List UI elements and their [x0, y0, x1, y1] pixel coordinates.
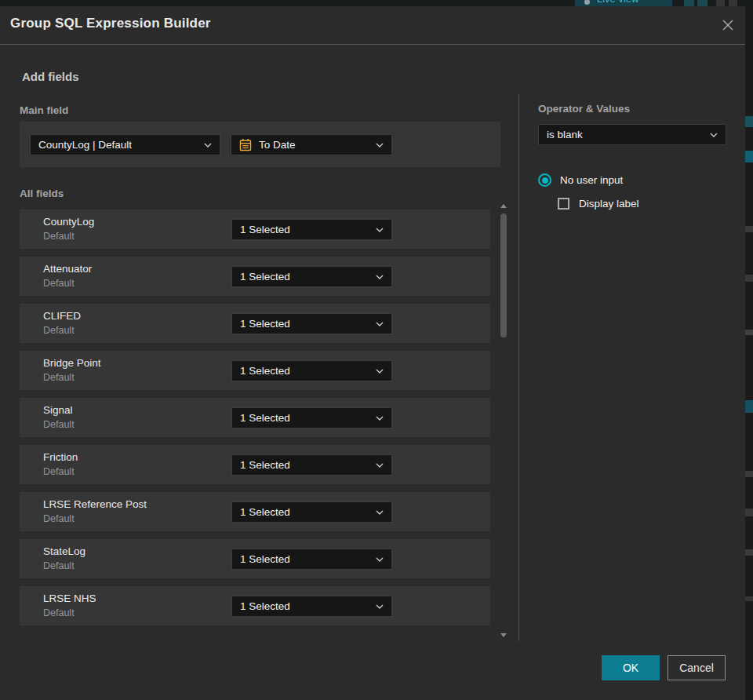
all-fields-list: CountyLog Default 1 Selected Attenuator …: [20, 210, 490, 633]
main-field-type-value: To Date: [259, 139, 371, 151]
panel-divider: [518, 94, 519, 641]
field-row: StateLog Default 1 Selected: [20, 539, 490, 578]
field-row: LRSE NHS Default 1 Selected: [20, 586, 490, 625]
scrollbar-thumb[interactable]: [500, 213, 507, 337]
operator-select-value: is blank: [547, 129, 705, 140]
field-values-select-value: 1 Selected: [240, 600, 371, 612]
background-fragment: [745, 596, 753, 601]
field-values-select[interactable]: 1 Selected: [231, 501, 392, 523]
main-field-panel: CountyLog | Default To Date: [20, 122, 500, 167]
scroll-down-icon[interactable]: [500, 633, 507, 637]
field-row: CountyLog Default 1 Selected: [20, 210, 490, 249]
field-subtitle: Default: [43, 513, 75, 524]
field-values-select-value: 1 Selected: [240, 506, 371, 518]
chevron-down-icon: [376, 604, 384, 609]
field-name: Attenuator: [43, 263, 92, 275]
field-subtitle: Default: [43, 372, 75, 383]
toolbar-fragment: [697, 0, 708, 6]
field-subtitle: Default: [43, 607, 75, 618]
main-field-select[interactable]: CountyLog | Default: [30, 134, 220, 155]
chevron-down-icon: [376, 143, 384, 148]
radio-label: No user input: [560, 174, 623, 186]
operator-select[interactable]: is blank: [538, 124, 726, 145]
chevron-down-icon: [376, 416, 384, 421]
field-values-select[interactable]: 1 Selected: [231, 219, 392, 240]
background-fragment: [745, 509, 753, 516]
background-fragment: [745, 400, 753, 413]
field-row: Bridge Point Default 1 Selected: [20, 351, 490, 390]
field-subtitle: Default: [43, 419, 75, 430]
field-subtitle: Default: [43, 278, 75, 289]
field-values-select[interactable]: 1 Selected: [231, 596, 392, 617]
field-subtitle: Default: [43, 325, 75, 336]
field-row: Attenuator Default 1 Selected: [20, 257, 490, 296]
live-view-button[interactable]: Live view: [575, 0, 672, 6]
field-name: Friction: [43, 451, 78, 463]
all-fields-label: All fields: [20, 188, 64, 199]
chevron-down-icon: [376, 463, 384, 468]
field-values-select[interactable]: 1 Selected: [231, 407, 392, 428]
chevron-down-icon: [376, 510, 384, 515]
live-dot-icon: [584, 0, 590, 5]
field-values-select[interactable]: 1 Selected: [231, 360, 392, 381]
close-icon: [722, 19, 734, 31]
field-row: Signal Default 1 Selected: [20, 398, 490, 437]
field-subtitle: Default: [43, 466, 75, 477]
background-fragment: [745, 226, 753, 232]
main-field-type-select[interactable]: To Date: [231, 134, 392, 155]
operator-values-label: Operator & Values: [538, 103, 630, 115]
background-fragment: [745, 471, 753, 477]
chevron-down-icon: [376, 228, 384, 232]
field-name: LRSE NHS: [43, 592, 96, 604]
field-values-select[interactable]: 1 Selected: [231, 549, 392, 570]
dialog-title: Group SQL Expression Builder: [10, 16, 211, 31]
field-values-select-value: 1 Selected: [240, 459, 371, 471]
close-button[interactable]: [719, 16, 737, 34]
no-user-input-radio[interactable]: No user input: [538, 173, 623, 187]
chevron-down-icon: [376, 369, 384, 374]
radio-selected-icon: [538, 173, 551, 187]
field-name: Bridge Point: [43, 357, 101, 369]
toolbar-fragment: [716, 0, 725, 6]
main-field-select-value: CountyLog | Default: [38, 139, 199, 151]
cancel-button[interactable]: Cancel: [668, 655, 726, 680]
background-fragment: [745, 275, 753, 282]
live-view-label: Live view: [597, 0, 638, 5]
screen: Live view Group SQL Expression Builder A: [0, 0, 753, 700]
field-row: LRSE Reference Post Default 1 Selected: [20, 492, 490, 531]
checkbox-unchecked-icon: [558, 198, 569, 210]
field-values-select[interactable]: 1 Selected: [231, 266, 392, 287]
background-app-strip: Live view: [0, 0, 753, 6]
field-values-select-value: 1 Selected: [240, 224, 371, 235]
background-fragment: [745, 549, 753, 556]
field-name: CountyLog: [43, 216, 94, 228]
field-subtitle: Default: [43, 231, 75, 242]
background-fragment: [745, 151, 753, 162]
add-fields-heading: Add fields: [22, 70, 79, 83]
background-fragment: [745, 330, 753, 335]
field-row: CLIFED Default 1 Selected: [20, 304, 490, 343]
field-subtitle: Default: [43, 560, 75, 571]
calendar-icon: [239, 138, 252, 151]
scroll-up-icon[interactable]: [500, 204, 507, 208]
field-values-select-value: 1 Selected: [240, 365, 371, 377]
chevron-down-icon: [710, 133, 718, 137]
chevron-down-icon: [376, 275, 384, 279]
group-sql-expression-builder-dialog: Group SQL Expression Builder Add fields …: [0, 6, 745, 700]
background-fragment: [745, 116, 753, 127]
field-name: Signal: [43, 404, 73, 416]
chevron-down-icon: [376, 557, 384, 562]
ok-button[interactable]: OK: [602, 655, 660, 680]
field-values-select[interactable]: 1 Selected: [231, 454, 392, 476]
chevron-down-icon: [376, 322, 384, 326]
background-app-sliver: [745, 6, 753, 700]
chevron-down-icon: [204, 143, 212, 148]
toolbar-fragment: [684, 0, 694, 6]
field-values-select-value: 1 Selected: [240, 271, 371, 283]
field-values-select[interactable]: 1 Selected: [231, 313, 392, 334]
list-scrollbar[interactable]: [500, 202, 507, 637]
dialog-header: Group SQL Expression Builder: [0, 6, 745, 45]
display-label-checkbox[interactable]: Display label: [558, 198, 639, 210]
field-row: Friction Default 1 Selected: [20, 445, 490, 484]
field-name: CLIFED: [43, 310, 81, 322]
